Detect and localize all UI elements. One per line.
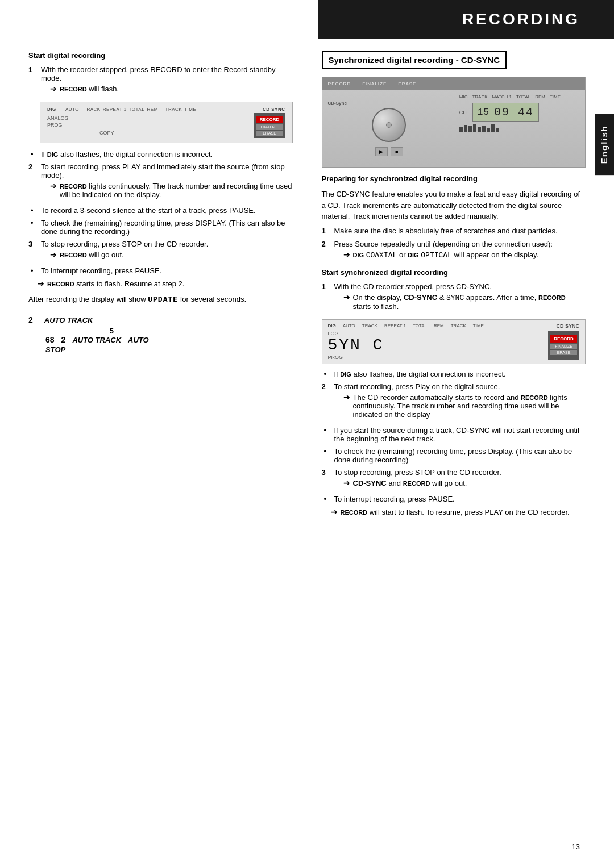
cd-track-num: 15 <box>478 107 489 118</box>
sync-heading-text: Synchronized digital recording - CD-SYNC <box>329 55 500 65</box>
display-right-btns: RECORD FINALIZE ERASE <box>254 113 285 138</box>
cd-total-label: TOTAL <box>516 94 530 99</box>
record-button-display: RECORD <box>256 116 283 123</box>
sync-prog-label: PROG <box>328 354 549 360</box>
sync-right-btns: RECORD FINALIZE ERASE <box>548 331 579 360</box>
start-digital-label: Start digital recording <box>28 51 105 60</box>
sync-step-2-num: 2 <box>322 382 330 422</box>
step-1: 1 With the recorder stopped, press RECOR… <box>28 65 293 96</box>
track2-label: TRACK <box>165 107 182 112</box>
sync-display-mockup: DIG AUTO TRACK REPEAT 1 TOTAL REM TRACK … <box>322 319 586 364</box>
arrow-record-flash: ➔ RECORD will flash. <box>41 84 293 93</box>
arrow-icon: ➔ <box>50 84 57 93</box>
sync-step-1: 1 With the CD recorder stopped, press CD… <box>322 282 586 314</box>
diagram-num-2: 2 <box>28 315 33 324</box>
cd-erase-label: ERASE <box>398 81 416 86</box>
bar-7 <box>487 128 490 132</box>
cd-player-inner: RECORD FINALIZE ERASE CD-Sync ▶ <box>322 77 586 167</box>
arrow-cd-sync-out-text: CD-SYNC and RECORD will go out. <box>353 479 467 487</box>
bullet-dig-text: If DIG also flashes, the digital connect… <box>41 150 213 158</box>
cd-track-label: TRACK <box>472 94 487 99</box>
rem-label: REM <box>147 107 163 112</box>
bullet-icon-s1: • <box>324 370 331 378</box>
cd-level-bars <box>459 124 582 132</box>
cd-player-image: RECORD FINALIZE ERASE CD-Sync ▶ <box>322 77 586 168</box>
step-3-text: To stop recording, press STOP on the CD … <box>41 240 208 248</box>
bullet-icon-s3: • <box>324 447 331 464</box>
step-2: 2 To start recording, press PLAY and imm… <box>28 162 293 202</box>
bullet-display-text: To check the (remaining) recording time,… <box>41 219 293 236</box>
sync-step-1-text: With the CD recorder stopped, press CD-S… <box>334 282 492 291</box>
bar-9 <box>496 128 499 132</box>
prep-heading-text: Preparing for synchronized digital recor… <box>322 174 478 183</box>
erase-button-display: ERASE <box>256 131 283 136</box>
sync-step-1-num: 1 <box>322 282 330 314</box>
arrow-record-out: ➔ RECORD will go out. <box>41 250 293 259</box>
diagram-num-2b: 2 <box>61 335 66 344</box>
sync-finalize-btn: FINALIZE <box>550 344 577 349</box>
arrow-dig-coaxial: ➔ DIG COAXIAL or DIG OPTICAL will appear… <box>334 250 586 260</box>
auto-track-row2: 68 2 AUTO TRACK AUTO <box>45 335 293 344</box>
sync-bullet-source: • If you start the source during a track… <box>322 426 586 443</box>
bullet-pause: • To record a 3-second silence at the st… <box>28 206 293 215</box>
prep-step-1: 1 Make sure the disc is absolutely free … <box>322 227 586 235</box>
sync-check-text: To check the (remaining) recording time,… <box>334 447 586 464</box>
repeat-label: REPEAT 1 <box>103 107 127 112</box>
bar-6 <box>482 126 486 132</box>
copy-label: — — — — — — — — COPY <box>47 130 254 136</box>
prep-step-1-text: Make sure the disc is absolutely free of… <box>334 227 558 235</box>
auto-track-diagram: 2 AUTO TRACK 5 68 2 AUTO TRACK AUTO STOP <box>28 312 293 357</box>
arrow-icon-s3: ➔ <box>343 478 350 487</box>
cd-btn-play: ▶ <box>375 147 388 156</box>
sync-step-2-content: To start recording, press Play on the di… <box>334 382 586 422</box>
prep-step-2-num: 2 <box>322 240 330 262</box>
sync-step-3: 3 To stop recording, press STOP on the C… <box>322 468 586 490</box>
bar-4 <box>473 124 476 132</box>
bullet-display: • To check the (remaining) recording tim… <box>28 219 293 236</box>
page: RECORDING English Start digital recordin… <box>0 0 614 868</box>
arrow-icon-4: ➔ <box>38 279 44 288</box>
bullet-icon-2: • <box>31 206 38 215</box>
bar-2 <box>464 125 467 132</box>
arrow-starts-flash-text: RECORD starts to flash. Resume at step 2… <box>47 279 184 288</box>
finalize-button-display: FINALIZE <box>256 124 283 130</box>
sync-erase-btn: ERASE <box>550 350 577 355</box>
bullet-interrupt: • To interrupt recording, press PAUSE. <box>28 266 293 275</box>
sync-log-label: LOG <box>328 331 549 336</box>
s-repeat: REPEAT 1 <box>384 323 406 329</box>
cd-btn-stop: ■ <box>391 147 403 156</box>
step-2-content: To start recording, press PLAY and immed… <box>41 162 293 202</box>
page-number: 13 <box>572 842 580 851</box>
sync-bullet-dig: • If DIG also flashes, the digital conne… <box>322 370 586 378</box>
s-track2: TRACK <box>451 323 466 329</box>
cd-disc <box>372 108 406 142</box>
page-num-text: 13 <box>572 842 580 851</box>
s-time: TIME <box>473 323 484 329</box>
s-auto: AUTO <box>343 323 355 329</box>
sync-digits: 5YN C <box>328 337 549 353</box>
cd-disc-hole <box>386 122 392 128</box>
main-content: Start digital recording 1 With the recor… <box>28 51 586 519</box>
auto-track-row1: 2 AUTO TRACK <box>28 315 293 324</box>
s-dig: DIG <box>328 323 336 329</box>
prep-step-2-text: Press Source repeatedly until (depending… <box>334 240 553 248</box>
sync-source-text: If you start the source during a track, … <box>334 426 586 443</box>
prep-step-1-num: 1 <box>322 227 330 235</box>
sync-interrupt-text: To interrupt recording, press PAUSE. <box>334 495 455 503</box>
prep-heading: Preparing for synchronized digital recor… <box>322 174 586 183</box>
arrow-starts-flash: ➔ RECORD starts to flash. Resume at step… <box>28 279 293 288</box>
step-1-content: With the recorder stopped, press RECORD … <box>41 65 293 96</box>
step-3: 3 To stop recording, press STOP on the C… <box>28 240 293 262</box>
step-2-num: 2 <box>28 162 36 202</box>
cd-sync-badge-img: CD-Sync <box>328 101 347 106</box>
language-label: English <box>599 125 609 164</box>
dig-coaxial-text: DIG COAXIAL or DIG OPTICAL will appear o… <box>353 251 539 260</box>
cd-disc-area: CD-Sync ▶ ■ <box>322 90 456 167</box>
sync-step-1-content: With the CD recorder stopped, press CD-S… <box>334 282 586 314</box>
dig-label: DIG <box>47 107 63 112</box>
bullet-pause-text: To record a 3-second silence at the star… <box>41 206 256 215</box>
sync-step-3-text: To stop recording, press STOP on the CD … <box>334 468 501 477</box>
prep-step-2-content: Press Source repeatedly until (depending… <box>334 240 586 262</box>
s-track: TRACK <box>362 323 377 329</box>
sync-step-3-num: 3 <box>322 468 330 490</box>
